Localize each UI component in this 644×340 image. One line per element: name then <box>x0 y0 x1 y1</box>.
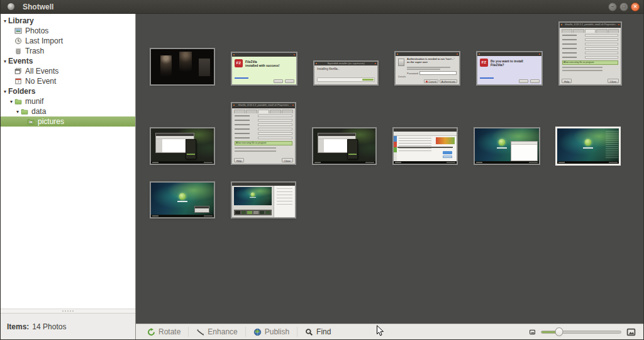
sidebar-item-no-event[interactable]: 7No Event <box>1 76 135 86</box>
thumbnail-art-detail <box>562 47 618 50</box>
thumbnail-art <box>151 128 214 164</box>
thumbnail-art-detail <box>407 69 440 70</box>
photo-thumbnail[interactable] <box>151 128 214 164</box>
sidebar-item-trash[interactable]: Trash <box>1 46 135 56</box>
expander-icon[interactable]: ▾ <box>2 89 8 94</box>
sidebar-item-folders[interactable]: ▾Folders <box>1 86 135 96</box>
thumbnail-art-detail: filezilla_3.10.1.1_portable_intall.sh Pr… <box>232 103 295 107</box>
toolbar-button-label: Find <box>316 327 331 336</box>
thumbnail-art-detail <box>562 29 619 33</box>
toolbar-button-label: Publish <box>265 327 289 336</box>
photo-thumbnail[interactable]: Superdeb installer (as superuser)Install… <box>314 62 377 84</box>
thumbnail-art: Authentication is needed to run '/usr/…'… <box>396 52 459 84</box>
sidebar-item-pictures[interactable]: pictures <box>1 116 135 127</box>
thumbnail-art-detail <box>511 141 538 161</box>
thumbnail-art-detail <box>585 38 618 41</box>
sidebar-item-last-import[interactable]: Last Import <box>1 36 135 46</box>
thumbnail-art-detail: Allow executing file as programHelpClose <box>232 108 295 164</box>
thumbnail-art-detail <box>234 187 272 205</box>
find-button[interactable]: Find <box>299 326 337 339</box>
app-icon <box>8 3 14 10</box>
sidebar-item-library[interactable]: ▾Library <box>1 16 135 26</box>
close-button[interactable]: ✕ <box>631 3 640 11</box>
photo-thumbnail[interactable] <box>475 128 539 164</box>
sidebar-resize-grip[interactable] <box>1 309 135 313</box>
sidebar-item-photos[interactable]: Photos <box>1 26 135 36</box>
thumbnail-art-detail <box>235 77 248 79</box>
thumbnail-art-detail: Installing filezilla... <box>314 65 377 84</box>
photo-thumbnail[interactable] <box>394 128 457 164</box>
thumbnail-art-detail <box>258 128 292 130</box>
photo-thumbnail[interactable] <box>313 128 375 164</box>
thumbnail-art <box>313 128 375 164</box>
photo-thumbnail[interactable]: Authentication is needed to run '/usr/…'… <box>396 52 459 84</box>
thumbnail-art-detail: Close <box>282 158 293 162</box>
minimize-button[interactable]: − <box>608 3 617 11</box>
photo-thumbnail[interactable]: filezilla_3.10.1.1_portable_intall.sh Pr… <box>232 103 295 164</box>
thumbnail-art-detail <box>258 110 269 113</box>
thumbnail-art-detail <box>235 132 292 135</box>
sidebar-item-data[interactable]: ▾data <box>1 106 135 116</box>
sidebar-item-label: Folders <box>8 87 35 96</box>
thumbnail-art-detail <box>562 52 577 54</box>
folder-icon <box>21 108 30 115</box>
thumbnail-art-detail <box>234 110 245 113</box>
sidebar-item-all-events[interactable]: All Events <box>1 66 135 76</box>
sidebar-item-events[interactable]: ▾Events <box>1 56 135 66</box>
thumbnail-art-detail <box>562 67 602 68</box>
maximize-button[interactable]: □ <box>619 3 628 11</box>
photo-thumbnail[interactable] <box>232 183 295 217</box>
titlebar[interactable]: Shotwell −□✕ <box>1 0 643 14</box>
publish-button[interactable]: Publish <box>247 326 296 339</box>
thumbnail-art-detail <box>394 132 457 136</box>
thumbnail-art-detail <box>235 133 250 134</box>
photo-thumbnail[interactable] <box>151 49 214 84</box>
thumbnail-art-detail <box>274 186 295 217</box>
expander-icon[interactable]: ▾ <box>2 59 8 64</box>
sidebar: ▾LibraryPhotosLast ImportTrash▾EventsAll… <box>1 14 136 339</box>
sidebar-item-label: Photos <box>25 26 48 35</box>
sidebar-item-label: munif <box>25 97 43 106</box>
thumbnail-art-detail <box>270 110 281 113</box>
zoom-slider-track[interactable] <box>541 331 621 334</box>
thumbnail-art-detail <box>562 43 618 45</box>
photo-thumbnail[interactable]: FZFileZillainstalled with success! <box>232 53 296 84</box>
thumbnail-art-detail: Authenticate <box>440 79 457 83</box>
thumbnail-art-detail <box>235 150 276 152</box>
thumbnail-art-detail: filezilla_3.10.1.1_portable_intall.sh Pr… <box>560 23 621 26</box>
thumbnail-art-detail <box>585 34 618 37</box>
enhance-button[interactable]: Enhance <box>190 326 243 339</box>
thumbnail-size-small-icon[interactable] <box>529 329 536 336</box>
expander-icon[interactable]: ▾ <box>8 99 14 105</box>
thumbnail-art-detail <box>177 201 187 202</box>
zoom-slider-thumb[interactable] <box>555 327 563 336</box>
enhance-icon <box>196 328 204 336</box>
photos-icon <box>14 27 23 35</box>
expander-icon[interactable]: ▾ <box>2 18 8 24</box>
sidebar-item-label: data <box>31 107 46 116</box>
photo-grid: FZFileZillainstalled with success!Superd… <box>136 14 643 324</box>
toolbar-separator <box>245 327 246 337</box>
thumbnail-art-detail <box>608 29 619 33</box>
thumbnail-art <box>232 183 295 217</box>
photo-thumbnail[interactable] <box>557 128 619 164</box>
thumbnail-art-detail <box>480 77 494 79</box>
thumbnail-art: FZFileZillainstalled with success! <box>232 53 296 84</box>
expander-icon[interactable]: ▾ <box>14 109 21 115</box>
thumbnail-art-detail: Authentication is needed to run '/usr/…'… <box>407 58 457 64</box>
thumbnail-art-detail <box>585 52 618 54</box>
grip-dot <box>65 310 66 312</box>
thumbnail-art-detail <box>247 211 252 214</box>
photo-thumbnail[interactable] <box>151 183 214 217</box>
photo-thumbnail[interactable]: FZDo you want to installFileZilla? <box>477 52 541 84</box>
thumbnail-art-detail <box>497 147 507 149</box>
rotate-button[interactable]: Rotate <box>141 326 187 339</box>
thumbnail-art-detail <box>186 139 196 159</box>
thumbnail-art: FZDo you want to installFileZilla? <box>477 52 541 84</box>
photo-thumbnail[interactable]: filezilla_3.10.1.1_portable_intall.sh Pr… <box>560 23 621 84</box>
sidebar-item-label: All Events <box>25 67 58 76</box>
thumbnail-art-detail <box>235 147 276 149</box>
thumbnail-art-detail <box>585 47 618 50</box>
thumbnail-size-large-icon[interactable] <box>626 327 636 337</box>
sidebar-item-munif[interactable]: ▾munif <box>1 96 135 106</box>
